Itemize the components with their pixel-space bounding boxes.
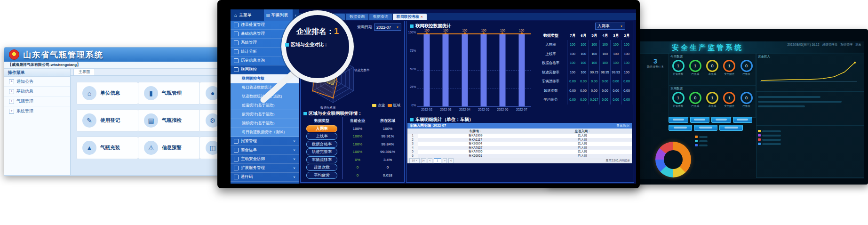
menu-item-通行码[interactable]: 通行码: [231, 173, 299, 182]
menu-item-主动安全防御[interactable]: 主动安全防御: [231, 155, 299, 164]
status-column-header[interactable]: 是否入网: [533, 129, 632, 134]
prev-page-button[interactable]: <: [428, 158, 432, 163]
tab-hidden-0[interactable]: [301, 14, 322, 20]
shortcut-button[interactable]: [711, 117, 731, 123]
metric-button-数据合格率[interactable]: 数据合格率: [306, 141, 337, 148]
legend-chip-row: [695, 140, 708, 142]
metric-button-平均疲劳[interactable]: 平均疲劳: [306, 172, 337, 179]
gauge-ring: 1: [672, 60, 685, 72]
illegible-label: [699, 140, 708, 142]
expand-plus-icon[interactable]: [9, 79, 14, 84]
logout-link[interactable]: 退出: [855, 43, 861, 47]
system-admin-link[interactable]: 系统管理: [840, 43, 852, 47]
card-单位信息[interactable]: ⌂单位信息: [76, 82, 138, 104]
table-row[interactable]: 4鲁KA7637已入网: [407, 146, 632, 150]
menu-item-资料库[interactable]: 资料库: [231, 182, 299, 184]
metric-button-车辆漂移率[interactable]: 车辆漂移率: [306, 156, 337, 163]
export-button[interactable]: 导出数据: [616, 123, 629, 128]
gauge-label: 已整改: [739, 72, 754, 76]
table-row[interactable]: 6鲁K56951已入网: [407, 154, 632, 158]
company-value: 0: [342, 165, 373, 169]
sidebar-item-通知公告[interactable]: 通知公告: [4, 77, 70, 87]
card-气瓶管理[interactable]: ▮气瓶管理: [138, 82, 200, 104]
sidebar-tab-vehicle-list[interactable]: 车辆列表: [264, 9, 293, 21]
first-page-button[interactable]: |<: [421, 158, 426, 163]
plate-column-header[interactable]: 车牌号: [418, 129, 533, 134]
expand-plus-icon[interactable]: [9, 109, 14, 114]
card-使用登记[interactable]: ✎使用登记: [76, 109, 138, 132]
submenu-item-每日轨迹数据统计[interactable]: 每日轨迹数据统计: [231, 83, 299, 92]
expand-plus-icon[interactable]: [9, 89, 14, 94]
month-cell: 100: [578, 58, 589, 68]
query-date-select[interactable]: 2022-07: [374, 24, 401, 31]
menu-item-统计分析[interactable]: 统计分析: [231, 48, 299, 56]
chevron-down-icon: [293, 59, 295, 63]
sidebar-item-气瓶管理[interactable]: 气瓶管理: [4, 96, 70, 106]
shortcut-button[interactable]: [719, 125, 743, 131]
metric-button-入网率[interactable]: 入网率: [306, 125, 337, 132]
sort-icon[interactable]: [479, 129, 482, 133]
card-信息预警[interactable]: ⚠信息预警: [138, 137, 200, 159]
submenu-item-疲劳统计(基于运政)[interactable]: 疲劳统计(基于运政): [231, 110, 299, 119]
page-size-select[interactable]: 10 ˅: [409, 158, 420, 163]
close-icon[interactable]: ×: [421, 15, 423, 19]
tab-联网联控考核[interactable]: 联网联控考核×: [393, 14, 427, 20]
sort-icon[interactable]: [588, 129, 590, 133]
bar-value-label: 100: [424, 29, 430, 32]
shortcut-button[interactable]: [669, 117, 688, 123]
gauge-label: 计划维检: [670, 72, 686, 76]
company-rank: 企业排名：1: [283, 26, 352, 37]
table-row[interactable]: 3鲁K96604已入网: [407, 142, 632, 146]
sidebar-item-基础信息[interactable]: 基础信息: [4, 87, 70, 96]
next-page-button[interactable]: >: [443, 158, 447, 163]
app-title-bar: 山东省气瓶管理系统: [4, 48, 254, 62]
menu-item-label: 报警管理: [241, 138, 257, 144]
submenu-item-超速统计(基于运政)[interactable]: 超速统计(基于运政): [231, 101, 299, 110]
menu-item-历史信息查询[interactable]: 历史信息查询: [231, 56, 299, 65]
metric-button-超速次数[interactable]: 超速次数: [306, 164, 337, 171]
metric-button-轨迹完整率[interactable]: 轨迹完整率: [306, 148, 337, 155]
sidebar-item-系统管理[interactable]: 系统管理: [4, 106, 70, 116]
card-气瓶充装[interactable]: ▲气瓶充装: [76, 137, 138, 159]
table-row[interactable]: 5鲁KA7005已入网: [407, 150, 632, 154]
menu-item-报警管理[interactable]: 报警管理: [231, 137, 299, 146]
metric-select[interactable]: 入网率: [595, 23, 625, 30]
metric-button-上线率[interactable]: 上线率: [306, 133, 337, 140]
card-气瓶报检[interactable]: ▤气瓶报检: [138, 109, 200, 132]
submenu-item-轨迹数据统计(基于运政)[interactable]: 轨迹数据统计(基于运政): [231, 92, 299, 101]
menu-item-整合运单[interactable]: 整合运单: [231, 146, 299, 155]
table-row[interactable]: 1鲁KA1909已入网: [407, 134, 632, 138]
sidebar-collapse-button[interactable]: [293, 9, 299, 21]
menu-icon: [234, 32, 239, 36]
tab-数据查询[interactable]: 数据查询: [369, 14, 392, 20]
table-row[interactable]: 2鲁KA1117已入网: [407, 138, 632, 142]
shortcut-button[interactable]: [690, 117, 710, 123]
submenu-item-漂移统计(基于运政)[interactable]: 漂移统计(基于运政): [231, 119, 299, 128]
chevron-down-icon: [293, 157, 295, 161]
card-label: 气瓶充装: [100, 145, 120, 151]
submenu-item-联网联控考核[interactable]: 联网联控考核: [231, 74, 299, 83]
donut-chart: [655, 142, 691, 177]
menu-item-扩展服务管理[interactable]: 扩展服务管理: [231, 164, 299, 173]
tab-数据查询[interactable]: 数据查询: [346, 14, 368, 20]
tab-main[interactable]: 主界面: [73, 69, 95, 75]
bar: [481, 33, 487, 106]
shortcut-button[interactable]: [669, 125, 692, 131]
last-page-button[interactable]: >|: [448, 158, 454, 163]
shortcut-button[interactable]: [733, 117, 753, 123]
expand-plus-icon[interactable]: [9, 99, 14, 104]
sidebar-tab-home[interactable]: 主菜单: [231, 9, 264, 21]
today-data-panel: 今日数据 1计划维检1已完成0未完成1安全隐患0已整改: [669, 53, 756, 86]
current-page[interactable]: 1: [434, 158, 441, 163]
tab-hidden-1[interactable]: [323, 14, 345, 20]
gauge-ring: 1: [723, 92, 735, 104]
shortcut-button[interactable]: [694, 125, 717, 131]
month-cell: 100: [567, 68, 578, 77]
legend-chip-row: [758, 138, 862, 141]
menu-item-联网联控[interactable]: 联网联控: [231, 65, 299, 74]
month-col-header: 2月: [621, 32, 632, 40]
submenu-item-每日轨迹数据统计（测试）[interactable]: 每日轨迹数据统计（测试）: [231, 128, 299, 137]
gauge-已完成: 0已完成: [687, 92, 703, 108]
region-value: 99.84%: [373, 142, 402, 146]
illegible-label: [762, 130, 781, 132]
